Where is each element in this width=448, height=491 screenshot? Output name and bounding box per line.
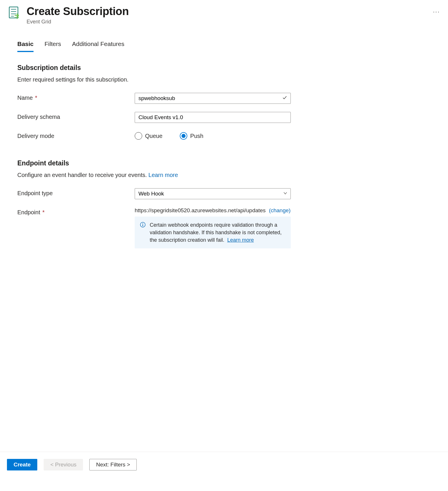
info-learn-more-link[interactable]: Learn more: [227, 237, 254, 243]
name-input[interactable]: [135, 93, 291, 104]
delivery-mode-queue-radio[interactable]: Queue: [135, 132, 162, 140]
delivery-mode-push-radio[interactable]: Push: [180, 132, 203, 140]
validation-info-box: Certain webhook endpoints require valida…: [135, 217, 291, 248]
required-indicator: *: [35, 95, 37, 101]
info-icon: [140, 222, 146, 244]
subscription-section-desc: Enter required settings for this subscri…: [17, 76, 431, 83]
event-grid-icon: [8, 6, 21, 19]
queue-radio-label: Queue: [145, 133, 162, 139]
required-indicator: *: [42, 209, 45, 215]
previous-button: < Previous: [44, 459, 83, 470]
next-button[interactable]: Next: Filters >: [89, 459, 137, 470]
page-subtitle: Event Grid: [27, 19, 421, 25]
tab-bar: Basic Filters Additional Features: [17, 40, 431, 52]
endpoint-url-value: https://spegridsite0520.azurewebsites.ne…: [135, 207, 266, 213]
more-actions-button[interactable]: ···: [433, 8, 440, 16]
tab-filters-label: Filters: [45, 40, 61, 47]
mode-label: Delivery mode: [17, 131, 135, 139]
name-label: Name *: [17, 93, 135, 101]
endpoint-type-label: Endpoint type: [17, 188, 135, 197]
push-radio-label: Push: [190, 133, 203, 139]
tab-additional-label: Additional Features: [72, 40, 124, 47]
schema-label: Delivery schema: [17, 112, 135, 120]
endpoint-change-link[interactable]: (change): [269, 207, 290, 213]
endpoint-section-desc: Configure an event handler to receive yo…: [17, 172, 147, 178]
tab-basic[interactable]: Basic: [17, 40, 34, 52]
svg-point-6: [142, 223, 143, 224]
subscription-section-title: Subscription details: [17, 64, 431, 72]
svg-rect-7: [142, 224, 143, 226]
tab-basic-label: Basic: [17, 40, 34, 47]
tab-additional-features[interactable]: Additional Features: [72, 40, 124, 52]
endpoint-label: Endpoint *: [17, 207, 135, 216]
endpoint-section-title: Endpoint details: [17, 159, 431, 167]
endpoint-learn-more-link[interactable]: Learn more: [149, 172, 178, 178]
endpoint-type-select[interactable]: [135, 188, 291, 199]
tab-filters[interactable]: Filters: [45, 40, 61, 52]
create-button[interactable]: Create: [7, 459, 37, 470]
delivery-schema-field: [135, 112, 291, 123]
page-title: Create Subscription: [27, 5, 421, 18]
check-icon: [282, 95, 287, 101]
info-box-text: Certain webhook endpoints require valida…: [150, 222, 282, 243]
